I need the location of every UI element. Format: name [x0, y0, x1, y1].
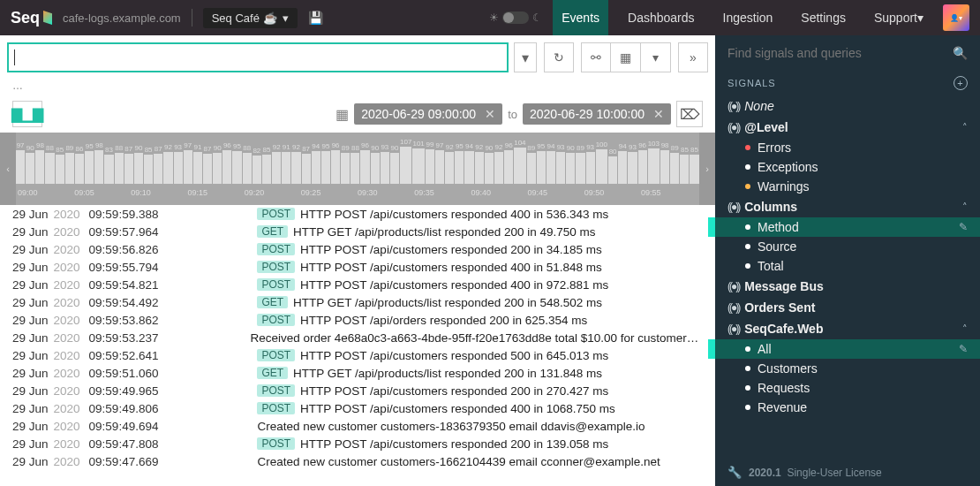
- signals-search-input[interactable]: [727, 46, 946, 60]
- nav-support[interactable]: Support ▾: [865, 0, 932, 35]
- histogram-bar[interactable]: 89: [576, 145, 584, 184]
- signal-sub-item[interactable]: Exceptions: [715, 157, 980, 177]
- chevron-up-icon[interactable]: ˄: [962, 323, 968, 335]
- more-button[interactable]: »: [678, 42, 708, 72]
- histogram-bar[interactable]: 95: [537, 143, 546, 184]
- signal-orders-sent[interactable]: ((●)) Orders Sent: [715, 297, 980, 318]
- histogram-bar[interactable]: 94: [312, 143, 320, 184]
- nav-dashboards[interactable]: Dashboards: [619, 0, 704, 35]
- histogram-bar[interactable]: 101: [412, 140, 424, 184]
- save-icon[interactable]: 💾: [308, 11, 323, 25]
- event-row[interactable]: 29 Jun202009:59:49.806POSTHTTP POST /api…: [0, 399, 715, 417]
- histogram-bar[interactable]: 88: [45, 145, 54, 184]
- histogram-bar[interactable]: 91: [193, 144, 202, 184]
- histogram-bar[interactable]: 85: [262, 147, 271, 184]
- layout-dropdown[interactable]: ▾: [641, 42, 671, 72]
- time-to-chip[interactable]: 2020-06-29 10:00:00✕: [523, 103, 671, 125]
- histogram-bar[interactable]: 98: [660, 142, 669, 184]
- event-row[interactable]: 29 Jun202009:59:56.826POSTHTTP POST /api…: [0, 240, 715, 258]
- event-row[interactable]: 29 Jun202009:59:53.862POSTHTTP POST /api…: [0, 311, 715, 329]
- event-list[interactable]: 29 Jun202009:59:59.388POSTHTTP POST /api…: [0, 205, 715, 486]
- histogram-bar[interactable]: 93: [381, 144, 389, 185]
- nav-events[interactable]: Events: [553, 0, 608, 35]
- histogram-bar[interactable]: 98: [94, 142, 103, 184]
- histogram-bar[interactable]: 88: [115, 145, 124, 184]
- signal-sub-item[interactable]: Revenue: [715, 398, 980, 417]
- event-row[interactable]: 29 Jun202009:59:57.964GETHTTP GET /api/p…: [0, 223, 715, 240]
- histogram-bar[interactable]: 98: [35, 142, 44, 184]
- histogram-bar[interactable]: 96: [222, 142, 231, 184]
- add-signal-button[interactable]: +: [954, 76, 968, 90]
- signal-seqcafe-web[interactable]: ((●)) SeqCafe.Web ˄: [715, 318, 980, 339]
- histogram-bar[interactable]: 85: [680, 147, 689, 184]
- histogram-bar[interactable]: 90: [485, 145, 494, 184]
- histogram-bar[interactable]: 92: [163, 144, 172, 184]
- event-row[interactable]: 29 Jun202009:59:51.060GETHTTP GET /api/p…: [0, 364, 715, 382]
- histogram-bar[interactable]: 90: [390, 145, 399, 184]
- histogram-bar[interactable]: 87: [154, 146, 162, 184]
- histogram-bar[interactable]: 95: [455, 143, 464, 184]
- histogram-bar[interactable]: 96: [638, 142, 647, 184]
- logo[interactable]: Seq: [11, 9, 52, 27]
- event-row[interactable]: 29 Jun202009:59:54.492GETHTTP GET /api/p…: [0, 293, 715, 311]
- histogram-bar[interactable]: 91: [282, 144, 290, 184]
- signal-none[interactable]: ((●)) None: [715, 95, 980, 117]
- histogram-bar[interactable]: 93: [556, 144, 565, 185]
- event-row[interactable]: 29 Jun202009:59:55.794POSTHTTP POST /api…: [0, 258, 715, 276]
- histogram-bar[interactable]: 85: [690, 147, 698, 184]
- signal-sub-item[interactable]: Errors: [715, 138, 980, 157]
- histogram-bar[interactable]: 85: [56, 147, 64, 184]
- histogram-bar[interactable]: 89: [341, 145, 350, 184]
- signal-sub-item[interactable]: All✎: [715, 339, 980, 359]
- signal-sub-item[interactable]: Total: [715, 256, 980, 276]
- time-from-chip[interactable]: 2020-06-29 09:00:00✕: [354, 103, 502, 125]
- workspace-selector[interactable]: Seq Café ☕▾: [203, 8, 298, 28]
- histogram-bar[interactable]: 92: [445, 144, 454, 184]
- histogram-bar[interactable]: 93: [586, 144, 595, 185]
- histogram-bar[interactable]: 89: [65, 145, 74, 184]
- signal-sub-item[interactable]: Method✎: [715, 217, 980, 237]
- histogram-bar[interactable]: 95: [321, 143, 330, 184]
- histogram-bar[interactable]: 97: [435, 142, 444, 184]
- histogram-prev[interactable]: ‹: [0, 133, 16, 205]
- nav-settings[interactable]: Settings: [792, 0, 855, 35]
- histogram-bar[interactable]: 87: [124, 146, 133, 184]
- event-row[interactable]: 29 Jun202009:59:47.669Created new custom…: [0, 452, 715, 470]
- event-row[interactable]: 29 Jun202009:59:49.694Created new custom…: [0, 417, 715, 435]
- histogram-bar[interactable]: 94: [547, 143, 555, 184]
- histogram-bar[interactable]: 103: [648, 140, 660, 184]
- histogram-bar[interactable]: 92: [475, 144, 484, 184]
- histogram-bar[interactable]: 93: [174, 144, 183, 185]
- histogram-bar[interactable]: 85: [144, 147, 153, 184]
- histogram-bar[interactable]: 88: [243, 145, 252, 184]
- event-row[interactable]: 29 Jun202009:59:49.965POSTHTTP POST /api…: [0, 382, 715, 399]
- histogram-bar[interactable]: 94: [464, 143, 473, 184]
- histogram-bar[interactable]: 96: [360, 142, 369, 184]
- calendar-icon[interactable]: ▦: [335, 106, 349, 123]
- histogram-bar[interactable]: 96: [504, 142, 513, 184]
- event-row[interactable]: 29 Jun202009:59:53.237Received order 4e6…: [0, 329, 715, 346]
- signal-level[interactable]: ((●)) @Level ˄: [715, 117, 980, 138]
- histogram-bar[interactable]: 100: [596, 141, 607, 184]
- histogram-bar[interactable]: 87: [302, 146, 311, 184]
- event-row[interactable]: 29 Jun202009:59:54.821POSTHTTP POST /api…: [0, 276, 715, 293]
- histogram-bar[interactable]: 93: [628, 144, 637, 185]
- chevron-up-icon[interactable]: ˄: [962, 122, 968, 133]
- histogram-bar[interactable]: 107: [400, 139, 411, 184]
- histogram-bar[interactable]: 94: [618, 143, 627, 184]
- edit-icon[interactable]: ✎: [959, 221, 968, 233]
- histogram-bar[interactable]: 90: [134, 145, 143, 184]
- clear-time-button[interactable]: ⌦: [676, 101, 703, 127]
- chevron-up-icon[interactable]: ˄: [962, 201, 968, 213]
- histogram-bar[interactable]: 90: [566, 145, 575, 184]
- signal-sub-item[interactable]: Requests: [715, 378, 980, 398]
- histogram-next[interactable]: ›: [699, 133, 715, 205]
- histogram-bar[interactable]: 89: [670, 145, 679, 184]
- histogram-bar[interactable]: 80: [608, 148, 617, 184]
- histogram-bar[interactable]: 95: [85, 143, 94, 184]
- event-row[interactable]: 29 Jun202009:59:52.641POSTHTTP POST /api…: [0, 346, 715, 364]
- histogram-bar[interactable]: 82: [253, 148, 261, 184]
- refresh-button[interactable]: ↻: [544, 42, 574, 72]
- histogram-bar[interactable]: 86: [75, 146, 84, 184]
- histogram-bar[interactable]: 92: [291, 144, 300, 184]
